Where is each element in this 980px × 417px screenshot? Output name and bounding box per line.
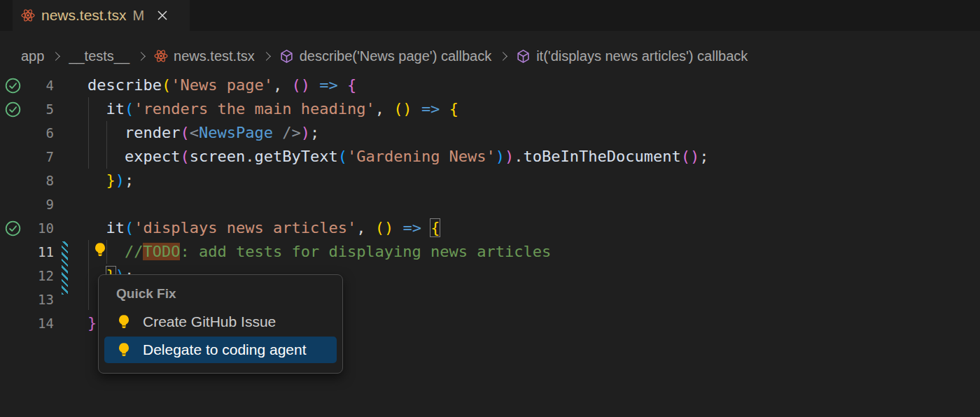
code-text[interactable]: expect(screen.getByText('Gardening News'… — [54, 145, 709, 169]
line-number: 5 — [25, 101, 54, 117]
line-number: 10 — [25, 220, 54, 236]
quick-fix-item-label: Delegate to coding agent — [143, 341, 307, 358]
line-number: 11 — [25, 244, 54, 260]
code-text[interactable]: }); — [54, 169, 134, 192]
test-pass-icon[interactable] — [0, 78, 25, 94]
breadcrumb-label: describe('News page') callback — [300, 48, 491, 64]
breadcrumb-label: news.test.tsx — [174, 48, 255, 64]
quick-fix-item-label: Create GitHub Issue — [143, 313, 276, 330]
tab-bar: news.test.tsx M — [0, 0, 980, 31]
tab-news-test-tsx[interactable]: news.test.tsx M — [13, 0, 190, 31]
react-file-icon — [21, 8, 35, 22]
tab-filename: news.test.tsx — [41, 7, 126, 24]
breadcrumb-separator-icon — [498, 52, 507, 61]
breadcrumb-separator-icon — [262, 52, 271, 61]
line-number: 12 — [25, 268, 54, 283]
code-line[interactable]: 11 //TODO: add tests for displaying news… — [0, 240, 980, 264]
code-line[interactable]: 4describe('News page', () => { — [0, 73, 980, 97]
line-number: 4 — [25, 78, 54, 93]
code-line[interactable]: 5 it('renders the main heading', () => { — [0, 97, 980, 121]
code-line[interactable]: 6 render(<NewsPage />); — [0, 121, 980, 145]
test-pass-icon[interactable] — [0, 101, 25, 118]
breadcrumb-label: __tests__ — [69, 48, 130, 64]
tab-close-icon[interactable] — [153, 6, 172, 24]
test-pass-icon[interactable] — [0, 220, 25, 236]
breadcrumb-item[interactable]: app — [21, 48, 44, 64]
code-text[interactable]: describe('News page', () => { — [54, 73, 356, 97]
react-icon — [154, 49, 168, 63]
breadcrumb-label: it('displays news articles') callback — [536, 48, 748, 64]
lightbulb-icon — [116, 342, 132, 358]
code-line[interactable]: 7 expect(screen.getByText('Gardening New… — [0, 145, 980, 169]
line-number: 14 — [25, 316, 54, 331]
line-number: 6 — [25, 125, 54, 141]
cube-icon — [516, 49, 531, 64]
quick-fix-item-create-github-issue[interactable]: Create GitHub Issue — [104, 309, 337, 335]
quick-fix-items: Create GitHub IssueDelegate to coding ag… — [99, 309, 342, 363]
breadcrumb-item[interactable]: news.test.tsx — [154, 48, 255, 64]
git-modified-badge: M — [132, 8, 144, 24]
breadcrumb-separator-icon — [136, 52, 146, 61]
line-number: 7 — [25, 149, 54, 164]
lightbulb-icon[interactable] — [92, 242, 108, 258]
code-text[interactable]: it('renders the main heading', () => { — [54, 97, 458, 121]
breadcrumb-separator-icon — [52, 52, 61, 61]
line-number: 9 — [25, 197, 54, 212]
code-line[interactable]: 9 — [0, 192, 980, 216]
breadcrumb-item[interactable]: __tests__ — [69, 48, 130, 64]
breadcrumb-item[interactable]: it('displays news articles') callback — [516, 48, 748, 64]
quick-fix-menu: Quick Fix Create GitHub IssueDelegate to… — [98, 274, 343, 374]
line-number: 8 — [25, 173, 54, 188]
breadcrumb-item[interactable]: describe('News page') callback — [279, 48, 491, 64]
code-text[interactable]: it('displays news articles', () => { — [54, 216, 440, 240]
vscode-editor-window: news.test.tsx M app__tests__news.test.ts… — [0, 0, 980, 417]
code-text[interactable]: render(<NewsPage />); — [54, 121, 319, 145]
cube-icon — [279, 49, 294, 64]
quick-fix-title: Quick Fix — [116, 286, 342, 302]
code-text[interactable]: //TODO: add tests for displaying news ar… — [54, 240, 551, 264]
lightbulb-icon — [116, 314, 132, 330]
code-line[interactable]: 10 it('displays news articles', () => { — [0, 216, 980, 240]
line-number: 13 — [25, 292, 54, 307]
code-line[interactable]: 8 }); — [0, 169, 980, 192]
breadcrumb: app__tests__news.test.tsxdescribe('News … — [21, 42, 748, 70]
breadcrumb-label: app — [21, 48, 44, 64]
quick-fix-item-delegate-to-coding-agent[interactable]: Delegate to coding agent — [104, 337, 337, 363]
